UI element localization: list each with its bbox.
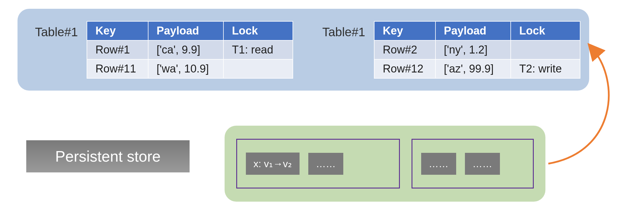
cell-key: Row#12	[374, 59, 435, 78]
col-lock-header: Lock	[223, 21, 293, 40]
col-key-header: Key	[87, 21, 148, 40]
log-group-1: x: v₁→v₂ ……	[236, 139, 400, 188]
log-entry: ……	[421, 153, 456, 175]
cell-lock	[223, 59, 293, 78]
col-payload-header: Payload	[435, 21, 511, 40]
cell-payload: ['wa', 10.9]	[148, 59, 224, 78]
persistent-store-label: Persistent store	[26, 140, 190, 172]
log-group-2: …… ……	[412, 139, 534, 188]
cell-key: Row#1	[87, 40, 148, 59]
table-header-row: Key Payload Lock	[374, 21, 580, 40]
cell-payload: ['ny', 1.2]	[435, 40, 511, 59]
log-entry: x: v₁→v₂	[246, 153, 300, 175]
table-row: Row#1 ['ca', 9.9] T1: read	[87, 40, 293, 59]
table-row: Row#12 ['az', 99.9] T2: write	[374, 59, 580, 78]
cell-lock: T1: read	[223, 40, 293, 59]
log-entry: ……	[465, 153, 500, 175]
log-panel: x: v₁→v₂ …… …… ……	[225, 126, 545, 202]
tables-panel: Table#1 Key Payload Lock Row#1 ['ca', 9.…	[18, 9, 589, 91]
table-left-label: Table#1	[35, 25, 78, 39]
col-payload-header: Payload	[148, 21, 224, 40]
col-lock-header: Lock	[511, 21, 580, 40]
col-key-header: Key	[374, 21, 435, 40]
log-entry: ……	[308, 153, 343, 175]
table-header-row: Key Payload Lock	[87, 21, 293, 40]
cell-key: Row#2	[374, 40, 435, 59]
table-row: Row#2 ['ny', 1.2]	[374, 40, 580, 59]
cell-payload: ['ca', 9.9]	[148, 40, 224, 59]
cell-key: Row#11	[87, 59, 148, 78]
table-left: Key Payload Lock Row#1 ['ca', 9.9] T1: r…	[87, 21, 293, 79]
cell-lock: T2: write	[511, 59, 580, 78]
cell-payload: ['az', 99.9]	[435, 59, 511, 78]
cell-lock	[511, 40, 580, 59]
table-row: Row#11 ['wa', 10.9]	[87, 59, 293, 78]
table-right-label: Table#1	[322, 25, 365, 39]
table-right: Key Payload Lock Row#2 ['ny', 1.2] Row#1…	[374, 21, 580, 79]
